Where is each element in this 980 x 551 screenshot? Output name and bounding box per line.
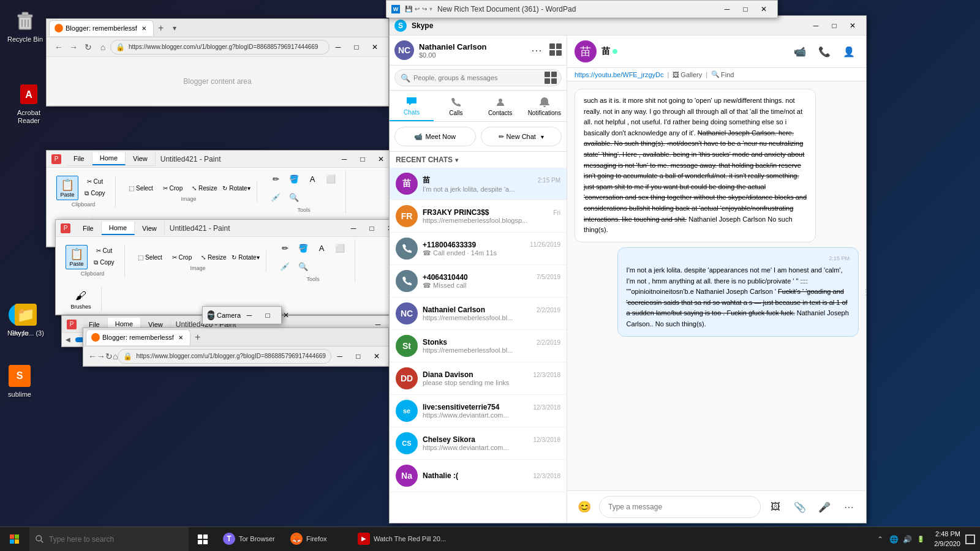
close-wordpad[interactable]: ✕ <box>755 2 772 16</box>
maximize-btn[interactable]: □ <box>354 152 371 166</box>
browser-tab-3[interactable]: Blogger: rememberlessf ✕ <box>86 329 190 345</box>
cut-btn-2[interactable]: ✂ Cut <box>89 245 119 256</box>
close-camera-2[interactable]: ✕ <box>277 309 295 322</box>
forward-btn-3[interactable]: → <box>97 349 105 364</box>
zoom-btn-2[interactable]: 🔍 <box>295 258 312 275</box>
crop-btn[interactable]: ✂ Crop <box>157 181 188 195</box>
pencil-btn-2[interactable]: ✏ <box>276 239 293 257</box>
task-view-btn[interactable] <box>189 527 217 552</box>
select-btn[interactable]: ⬚ Select <box>126 181 156 195</box>
emoji-btn[interactable]: 😊 <box>575 497 594 517</box>
battery-icon[interactable]: 🔋 <box>914 533 927 545</box>
taskbar-app-watch[interactable]: ▶ Watch The Red Pill 20... <box>352 527 452 552</box>
paint-tab-view-2[interactable]: View <box>135 222 165 235</box>
chat-item-miao[interactable]: 苗 苗 2:15 PM I'm not a jerk lolita, despi… <box>390 168 567 200</box>
chat-item-phone1[interactable]: +118004633339 11/26/2019 ☎ Call ended · … <box>390 233 567 265</box>
close-browser-3[interactable]: ✕ <box>368 350 385 363</box>
paint-tab-home-2[interactable]: Home <box>102 222 135 235</box>
url-bar-1[interactable]: 🔒 https://www.blogger.com/u/1/blogger.g?… <box>110 40 330 54</box>
chat-item-nathalie[interactable]: Na Nathalie :( 12/3/2018 <box>390 460 567 492</box>
chat-item-chelsey[interactable]: CS Chelsey Sikora 12/3/2018 https://www.… <box>390 427 567 460</box>
minimize-camera-2[interactable]: ─ <box>241 309 258 322</box>
nav-chats[interactable]: Chats <box>390 91 434 121</box>
taskbar-app-firefox[interactable]: 🦊 Firefox <box>284 527 352 552</box>
nav-notifications[interactable]: Notifications <box>522 91 567 121</box>
eraser-btn[interactable]: ⬜ <box>322 170 339 187</box>
paint-tab-file-2[interactable]: File <box>75 222 102 235</box>
youtube-link[interactable]: https://youtu.be/WFE_jrzgyDc <box>575 71 664 78</box>
new-chat-btn[interactable]: ✏ New Chat ▾ <box>481 127 562 146</box>
text-btn-2[interactable]: A <box>313 239 330 257</box>
home-btn-3[interactable]: ⌂ <box>113 349 118 364</box>
tab-close-1[interactable]: ✕ <box>140 24 148 32</box>
more-options-btn[interactable]: ⋯ <box>531 43 542 57</box>
show-desktop-btn[interactable] <box>965 534 975 544</box>
recent-chats-header[interactable]: RECENT CHATS ▾ <box>390 152 567 168</box>
network-icon[interactable]: 🌐 <box>888 533 900 545</box>
pencil-btn[interactable]: ✏ <box>267 170 284 187</box>
brushes-btn-2[interactable]: 🖌Brushes <box>66 287 96 312</box>
paint-tab-file[interactable]: File <box>66 152 92 165</box>
contacts-grid-btn[interactable] <box>545 72 557 84</box>
close-btn[interactable]: ✕ <box>372 152 390 166</box>
new-tab-btn-3[interactable]: + <box>190 330 205 345</box>
crop-btn-2[interactable]: ✂ Crop <box>167 250 197 264</box>
find-btn[interactable]: 🔍 Find <box>711 70 734 78</box>
more-input-btn[interactable]: ⋯ <box>839 497 859 517</box>
maximize-skype[interactable]: □ <box>826 19 843 32</box>
nav-calls[interactable]: Calls <box>434 91 478 121</box>
home-btn-1[interactable]: ⌂ <box>96 40 110 54</box>
eraser-btn-2[interactable]: ⬜ <box>331 239 349 257</box>
search-input-taskbar[interactable] <box>49 535 159 544</box>
maximize-camera-2[interactable]: □ <box>259 309 276 322</box>
minimize-browser-1[interactable]: ─ <box>330 40 347 54</box>
url-bar-3[interactable]: 🔒 https://www.blogger.com/u/1/blogger.g?… <box>118 349 331 364</box>
rotate-btn-2[interactable]: ↻ Rotate▾ <box>230 250 261 264</box>
maximize-browser-3[interactable]: □ <box>350 350 367 363</box>
fill-btn-2[interactable]: 🪣 <box>295 239 312 257</box>
back-btn-3[interactable]: ← <box>88 349 97 364</box>
paste-btn[interactable]: 📋Paste <box>56 176 78 200</box>
video-call-btn[interactable]: 📹 <box>790 42 810 61</box>
chat-item-nathaniel[interactable]: NC Nathaniel Carlson 2/2/2019 https://re… <box>390 298 567 330</box>
quick-access-menu[interactable]: ▾ <box>429 6 432 12</box>
maximize-wordpad[interactable]: □ <box>737 2 754 16</box>
chat-item-phone2[interactable]: +4064310440 7/5/2019 ☎ Missed call <box>390 265 567 298</box>
minimize-btn-2[interactable]: ─ <box>345 222 362 235</box>
copy-btn-2[interactable]: ⧉ Copy <box>89 257 119 268</box>
minimize-btn[interactable]: ─ <box>336 152 353 166</box>
chat-item-stonks[interactable]: St Stonks 2/2/2019 https://rememeberless… <box>390 330 567 362</box>
rotate-btn[interactable]: ↻ Rotate▾ <box>221 181 252 195</box>
reload-btn-1[interactable]: ↻ <box>81 40 96 54</box>
meet-now-btn[interactable]: 📹 Meet Now <box>394 127 476 146</box>
resize-btn-2[interactable]: ⤡ Resize <box>198 250 229 264</box>
attach-btn[interactable]: 🖼 <box>766 497 785 517</box>
msg2-more[interactable]: ⋮ <box>862 285 866 298</box>
taskbar-search[interactable] <box>29 527 189 552</box>
search-input[interactable] <box>394 69 562 86</box>
message-input[interactable] <box>599 496 761 518</box>
paint-tab-home[interactable]: Home <box>92 152 126 165</box>
copy-btn[interactable]: ⧉ Copy <box>80 188 110 199</box>
send-file-btn[interactable]: 📎 <box>790 497 810 517</box>
select-btn-2[interactable]: ⬚ Select <box>135 250 165 264</box>
volume-icon[interactable]: 🔊 <box>901 533 913 545</box>
picker-btn[interactable]: 💉 <box>267 189 284 206</box>
browser-tab-blogger[interactable]: Blogger: rememberlessf ✕ <box>49 20 154 36</box>
undo-quick[interactable]: ↩ <box>415 6 420 12</box>
tab-menu-btn[interactable]: ▾ <box>168 22 181 34</box>
close-skype[interactable]: ✕ <box>844 19 861 32</box>
desktop-icon-sublime[interactable]: S sublime <box>5 361 34 401</box>
minimize-browser-3[interactable]: ─ <box>331 350 349 363</box>
forward-btn-1[interactable]: → <box>66 40 81 54</box>
chat-item-live[interactable]: se live:sensitiveterrie754 12/3/2018 htt… <box>390 395 567 427</box>
desktop-icon-recycle-bin[interactable]: Recycle Bin <box>5 6 45 46</box>
back-btn-1[interactable]: ← <box>51 40 66 54</box>
chevron-icon[interactable]: ⌃ <box>874 533 886 545</box>
taskbar-app-tor[interactable]: T Tor Browser <box>217 527 284 552</box>
picker-btn-2[interactable]: 💉 <box>276 258 293 275</box>
start-button[interactable] <box>0 527 29 552</box>
maximize-browser-1[interactable]: □ <box>348 40 365 54</box>
paste-btn-2[interactable]: 📋Paste <box>66 245 88 269</box>
reload-btn-3[interactable]: ↻ <box>105 349 113 364</box>
